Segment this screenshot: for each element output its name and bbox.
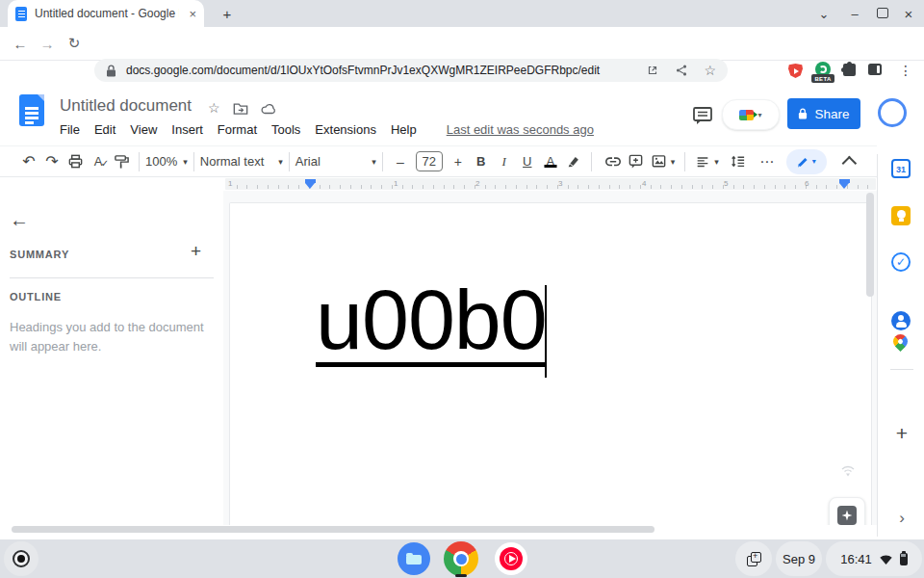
vertical-scrollbar[interactable]: [866, 193, 874, 297]
paragraph-style-select[interactable]: Normal text▾: [200, 154, 283, 169]
open-in-window-icon[interactable]: [646, 64, 659, 77]
menu-file[interactable]: File: [60, 122, 80, 137]
undo-icon[interactable]: ↶: [17, 150, 40, 173]
insert-link-icon[interactable]: [602, 150, 625, 173]
tab-close-icon[interactable]: ×: [189, 8, 196, 20]
menu-edit[interactable]: Edit: [94, 122, 116, 137]
share-page-icon[interactable]: [675, 64, 688, 77]
align-caret-icon[interactable]: ▾: [714, 157, 719, 167]
share-lock-icon: [798, 108, 808, 119]
window-restore-icon[interactable]: [877, 8, 888, 18]
italic-button[interactable]: I: [493, 150, 516, 173]
font-size-input[interactable]: 72: [416, 151, 443, 171]
docs-logo[interactable]: [19, 94, 44, 126]
more-toolbar-icon[interactable]: ⋯: [756, 150, 779, 173]
back-icon[interactable]: ←: [10, 34, 31, 53]
side-panel-divider: [890, 369, 913, 370]
ruler[interactable]: 1 1 2 3 4 5 6: [0, 177, 924, 191]
share-button[interactable]: Share: [787, 98, 860, 129]
text-cursor: [545, 285, 547, 378]
paint-format-icon[interactable]: [110, 150, 133, 173]
hide-menus-button[interactable]: [840, 150, 863, 173]
bookmark-star-icon[interactable]: ☆: [704, 64, 716, 77]
highlight-color-icon[interactable]: [562, 150, 585, 173]
print-icon[interactable]: [64, 150, 87, 173]
add-summary-icon[interactable]: +: [191, 241, 201, 262]
account-avatar[interactable]: [878, 98, 907, 127]
chromeos-screen: Untitled document - Google Docs × + ⌄ – …: [0, 0, 924, 578]
reload-icon[interactable]: ↻: [64, 34, 85, 53]
editing-mode-button[interactable]: ▾: [786, 149, 827, 174]
text-color-button[interactable]: A: [539, 150, 562, 173]
date-tray-button[interactable]: Sep 9: [776, 541, 822, 576]
spelling-check-icon[interactable]: A✓: [87, 150, 110, 173]
zoom-select[interactable]: 100%▾: [145, 154, 188, 169]
decrease-font-size-icon[interactable]: –: [389, 150, 412, 173]
menu-extensions[interactable]: Extensions: [315, 122, 376, 137]
add-comment-icon[interactable]: [625, 150, 648, 173]
document-status-cloud-icon[interactable]: [260, 102, 277, 116]
extensions-puzzle-icon[interactable]: [843, 64, 856, 76]
docs-favicon-icon: [15, 7, 27, 21]
date-label: Sep 9: [783, 552, 815, 566]
tab-search-icon[interactable]: ⌄: [814, 4, 834, 23]
files-app-icon[interactable]: [398, 542, 430, 575]
left-indent-triangle[interactable]: [305, 183, 315, 189]
underline-button[interactable]: U: [516, 150, 539, 173]
menu-format[interactable]: Format: [218, 122, 257, 137]
align-left-icon[interactable]: [691, 150, 714, 173]
menu-help[interactable]: Help: [391, 122, 417, 137]
meet-camera-icon: [739, 110, 754, 120]
get-addons-button[interactable]: +: [890, 422, 913, 445]
browser-menu-kebab-icon[interactable]: ⋮: [897, 62, 914, 79]
time-label: 16:41: [840, 552, 872, 566]
star-document-icon[interactable]: ☆: [208, 100, 220, 116]
chrome-app-icon[interactable]: [444, 541, 478, 576]
right-indent-triangle[interactable]: [839, 183, 849, 189]
close-outline-arrow-icon[interactable]: ←: [10, 210, 29, 229]
bold-button[interactable]: B: [470, 150, 493, 173]
line-spacing-icon[interactable]: [727, 150, 750, 173]
maps-icon[interactable]: [878, 334, 897, 354]
meet-button[interactable]: ▾: [722, 99, 780, 130]
window-close-icon[interactable]: ×: [899, 4, 918, 23]
address-bar[interactable]: docs.google.com/document/d/1lOUxYtOofsFt…: [94, 59, 728, 82]
document-title[interactable]: Untitled document: [60, 96, 192, 116]
side-panel-icon[interactable]: [868, 64, 882, 75]
keep-icon[interactable]: [891, 206, 911, 225]
mode-caret-icon: ▾: [812, 157, 816, 166]
menu-view[interactable]: View: [130, 122, 157, 137]
insert-image-icon[interactable]: [648, 150, 671, 173]
text-underline: [316, 362, 547, 367]
menu-tools[interactable]: Tools: [271, 122, 300, 137]
new-tab-button[interactable]: +: [218, 4, 237, 23]
browser-tab[interactable]: Untitled document - Google Docs ×: [8, 0, 204, 27]
adblock-extension-icon[interactable]: [788, 64, 803, 78]
calendar-icon[interactable]: 31: [891, 159, 911, 178]
redo-icon[interactable]: ↷: [40, 150, 64, 173]
image-caret-icon[interactable]: ▾: [671, 157, 676, 167]
increase-font-size-icon[interactable]: +: [447, 150, 470, 173]
forward-icon[interactable]: →: [37, 34, 58, 53]
window-minimize-icon[interactable]: –: [845, 4, 864, 23]
screen-capture-icon: +: [747, 552, 761, 566]
document-canvas[interactable]: u00b0: [223, 191, 877, 525]
tasks-icon[interactable]: ✓: [891, 252, 911, 272]
status-tray-button[interactable]: 16:41: [826, 541, 922, 576]
horizontal-scrollbar[interactable]: [12, 526, 654, 533]
document-text[interactable]: u00b0: [316, 277, 547, 362]
move-to-folder-icon[interactable]: [233, 102, 248, 116]
ruler-number: 1: [394, 179, 398, 188]
contacts-icon[interactable]: [891, 311, 911, 330]
screen-capture-tray-button[interactable]: +: [735, 541, 772, 576]
last-edit-link[interactable]: Last edit was seconds ago: [447, 122, 594, 137]
font-select[interactable]: Arial▾: [295, 154, 376, 169]
youtube-music-app-icon[interactable]: [495, 542, 527, 575]
explore-button[interactable]: [829, 497, 865, 525]
shelf: + Sep 9 16:41: [0, 539, 924, 578]
launcher-button[interactable]: [13, 550, 30, 567]
open-comments-icon[interactable]: [692, 106, 713, 125]
ruler-number: 2: [475, 179, 479, 188]
hide-side-panel-icon[interactable]: ›: [892, 509, 911, 528]
menu-insert[interactable]: Insert: [171, 122, 203, 137]
